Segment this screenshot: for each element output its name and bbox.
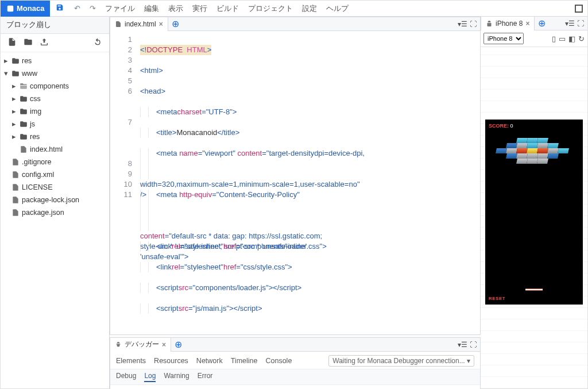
tab-close-icon[interactable]: × xyxy=(162,341,166,349)
tab-label: index.html xyxy=(125,20,156,28)
refresh-icon[interactable] xyxy=(93,37,102,48)
menu-help[interactable]: ヘルプ xyxy=(322,3,353,14)
tab-close-icon[interactable]: × xyxy=(525,20,529,28)
debugger-subtabs: Debug Log Warning Error xyxy=(110,369,480,385)
tree-folder-res[interactable]: ▸res xyxy=(4,55,109,67)
tree-label: .gitignore xyxy=(22,156,51,168)
new-tab-icon[interactable]: ⊕ xyxy=(535,18,549,29)
panel-max-icon[interactable]: ⛶ xyxy=(577,20,584,28)
preview-phone[interactable]: SCORE: 0 xyxy=(485,120,583,305)
tree-file-license[interactable]: LICENSE xyxy=(4,181,109,194)
tab-debugger[interactable]: デバッガー × xyxy=(110,338,171,352)
brand-name: Monaca xyxy=(17,4,44,13)
panel-min-icon[interactable]: ▾☰ xyxy=(565,20,575,28)
tab-close-icon[interactable]: × xyxy=(159,20,163,28)
tree-label: res xyxy=(30,131,40,142)
panel-min-icon[interactable]: ▾☰ xyxy=(458,20,467,28)
game-paddle xyxy=(525,288,543,291)
new-tab-icon[interactable]: ⊕ xyxy=(171,339,185,350)
sidebar-toolbar xyxy=(1,34,109,52)
sidebar: ブロック崩し ▸res ▾www ▸components ▸css ▸img ▸… xyxy=(1,17,110,388)
tree-file-indexhtml[interactable]: index.html xyxy=(4,143,109,156)
panel-min-icon[interactable]: ▾☰ xyxy=(458,341,467,349)
menu-project[interactable]: プロジェクト xyxy=(243,3,297,14)
tab-resources[interactable]: Resources xyxy=(154,357,188,365)
tree-folder-www[interactable]: ▾www xyxy=(4,67,109,80)
line-gutter: 1 2 3 4 5 6 7 8 9 10 11 xyxy=(110,31,138,334)
subtab-debug[interactable]: Debug xyxy=(116,372,136,382)
tree-folder-components[interactable]: ▸components xyxy=(4,80,109,93)
tab-network[interactable]: Network xyxy=(196,357,223,365)
tab-elements[interactable]: Elements xyxy=(116,357,146,365)
debugger-tabbar: デバッガー × ⊕ ▾☰ ⛶ xyxy=(110,338,480,352)
tree-label: css xyxy=(30,93,41,105)
project-title: ブロック崩し xyxy=(1,17,109,34)
redo-icon[interactable]: ↷ xyxy=(85,4,100,13)
editor-panel: index.html × ⊕ ▾☰ ⛶ 1 2 3 4 xyxy=(110,17,481,335)
layout-toggle-icon[interactable] xyxy=(575,5,583,13)
score-value: 0 xyxy=(510,123,513,129)
debugger-status[interactable]: Waiting for Monaca Debugger connection..… xyxy=(328,355,474,367)
tab-console[interactable]: Console xyxy=(265,357,292,365)
tab-timeline[interactable]: Timeline xyxy=(231,357,258,365)
preview-tabbar: iPhone 8 × ⊕ ▾☰ ⛶ xyxy=(481,17,587,30)
tree-file-pkg[interactable]: package.json xyxy=(4,206,109,219)
subtab-log[interactable]: Log xyxy=(144,372,156,382)
console-output[interactable]: > xyxy=(110,385,480,389)
device-settings-icon[interactable]: ◧ xyxy=(568,34,575,43)
menu-file[interactable]: ファイル xyxy=(100,3,140,14)
game-bricks xyxy=(491,138,577,178)
tree-file-pkg-lock[interactable]: package-lock.json xyxy=(4,194,109,206)
undo-icon[interactable]: ↶ xyxy=(69,4,85,13)
tree-folder-js[interactable]: ▸js xyxy=(4,118,109,130)
svg-rect-0 xyxy=(7,5,14,11)
tree-file-gitignore[interactable]: .gitignore xyxy=(4,156,109,168)
tree-label: img xyxy=(30,106,41,117)
menubar: Monaca ↶ ↷ ファイル 編集 表示 実行 ビルド プロジェクト 設定 ヘ… xyxy=(1,1,587,17)
upload-icon[interactable] xyxy=(40,37,49,48)
debugger-tabs: Elements Resources Network Timeline Cons… xyxy=(110,352,480,369)
subtab-error[interactable]: Error xyxy=(198,372,213,382)
menu-run[interactable]: 実行 xyxy=(188,3,212,14)
panel-max-icon[interactable]: ⛶ xyxy=(470,20,477,28)
tree-label: www xyxy=(22,68,37,79)
tree-file-configxml[interactable]: config.xml xyxy=(4,168,109,181)
menu-build[interactable]: ビルド xyxy=(212,3,243,14)
code-body[interactable]: <!DOCTYPE HTML> <html> <head> <meta char… xyxy=(138,31,480,334)
game-reset-button[interactable]: RESET xyxy=(489,296,505,301)
tree-label: package-lock.json xyxy=(22,194,79,206)
tree-label: config.xml xyxy=(22,169,54,180)
device-select[interactable]: iPhone 8 xyxy=(483,33,524,44)
tree-folder-img[interactable]: ▸img xyxy=(4,105,109,118)
tree-label: js xyxy=(30,118,35,130)
panel-max-icon[interactable]: ⛶ xyxy=(470,341,477,349)
new-tab-icon[interactable]: ⊕ xyxy=(168,18,183,29)
tree-label: res xyxy=(22,55,32,67)
new-folder-icon[interactable] xyxy=(24,37,33,48)
tree-folder-css[interactable]: ▸css xyxy=(4,93,109,105)
file-tree: ▸res ▾www ▸components ▸css ▸img ▸js ▸res… xyxy=(1,52,109,221)
tree-label: components xyxy=(30,80,69,92)
device-landscape-icon[interactable]: ▭ xyxy=(559,34,566,43)
tab-preview-device[interactable]: iPhone 8 × xyxy=(481,17,535,30)
tab-indexhtml[interactable]: index.html × xyxy=(110,17,168,31)
preview-device-label: iPhone 8 xyxy=(496,20,523,28)
device-portrait-icon[interactable]: ▯ xyxy=(552,34,556,43)
menu-edit[interactable]: 編集 xyxy=(140,3,164,14)
brand-logo[interactable]: Monaca xyxy=(1,1,50,17)
debugger-panel: デバッガー × ⊕ ▾☰ ⛶ Elements Resources Networ… xyxy=(110,337,481,389)
preview-panel: iPhone 8 × ⊕ ▾☰ ⛶ iPhone 8 ▯ ▭ ◧ ↻ xyxy=(481,17,587,388)
save-icon[interactable] xyxy=(50,3,69,13)
tree-folder-res2[interactable]: ▸res xyxy=(4,130,109,143)
menu-settings[interactable]: 設定 xyxy=(297,3,322,14)
menu-view[interactable]: 表示 xyxy=(164,3,188,14)
subtab-warning[interactable]: Warning xyxy=(164,372,189,382)
preview-toolbar: iPhone 8 ▯ ▭ ◧ ↻ xyxy=(481,30,587,47)
score-label: SCORE: xyxy=(489,123,509,129)
device-reload-icon[interactable]: ↻ xyxy=(578,34,585,43)
tree-label: LICENSE xyxy=(22,182,53,193)
tree-label: index.html xyxy=(30,144,63,155)
new-file-icon[interactable] xyxy=(7,37,17,48)
code-editor[interactable]: 1 2 3 4 5 6 7 8 9 10 11 <!DOCTYPE HTML> … xyxy=(110,31,480,334)
tab-label: デバッガー xyxy=(125,340,159,349)
